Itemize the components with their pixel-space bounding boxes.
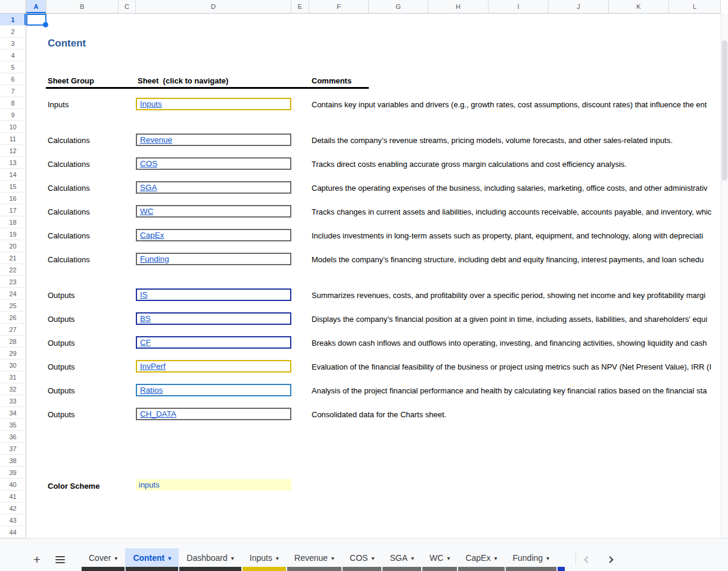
sheet-link-ratios[interactable]: Ratios [140,386,163,395]
row-header-2[interactable]: 2 [0,26,26,38]
row-header-42[interactable]: 42 [0,502,26,514]
row-header-30[interactable]: 30 [0,359,26,371]
add-sheet-button[interactable]: + [29,548,45,571]
tab-menu-arrow-icon[interactable]: ▾ [411,555,414,561]
row-header-25[interactable]: 25 [0,300,26,312]
sheet-link-cell-sga[interactable]: SGA [136,181,291,194]
row-header-12[interactable]: 12 [0,145,26,157]
tab-cover[interactable]: Cover▾ [81,548,125,571]
row-header-21[interactable]: 21 [0,252,26,264]
sheet-link-wc[interactable]: WC [140,207,154,216]
tab-cos[interactable]: COS▾ [342,548,382,571]
row-header-9[interactable]: 9 [0,109,26,121]
sheet-link-cf[interactable]: CF [140,338,151,347]
tab-partial-next[interactable] [557,548,565,571]
vertical-scrollbar[interactable] [721,14,728,538]
row-header-37[interactable]: 37 [0,443,26,455]
row-header-23[interactable]: 23 [0,276,26,288]
row-header-33[interactable]: 33 [0,395,26,407]
row-header-13[interactable]: 13 [0,157,26,169]
column-header-g[interactable]: G [369,0,428,13]
sheet-link-sga[interactable]: SGA [140,183,157,192]
tab-capex[interactable]: CapEx▾ [458,548,505,571]
horizontal-scrollbar-area[interactable] [0,538,728,548]
row-header-41[interactable]: 41 [0,491,26,502]
row-header-35[interactable]: 35 [0,419,26,431]
row-header-6[interactable]: 6 [0,73,26,85]
sheet-link-inputs[interactable]: Inputs [140,100,162,108]
tab-menu-arrow-icon[interactable]: ▾ [331,555,334,561]
column-header-d[interactable]: D [136,0,291,13]
row-header-34[interactable]: 34 [0,407,26,419]
row-header-27[interactable]: 27 [0,324,26,336]
fill-handle[interactable] [43,22,48,27]
row-header-28[interactable]: 28 [0,336,26,347]
row-header-17[interactable]: 17 [0,204,26,216]
tab-dashboard[interactable]: Dashboard▾ [179,548,242,571]
tab-menu-arrow-icon[interactable]: ▾ [276,555,279,561]
column-header-j[interactable]: J [549,0,609,13]
row-header-26[interactable]: 26 [0,312,26,324]
sheet-link-cell-cos[interactable]: COS [136,157,291,170]
row-header-39[interactable]: 39 [0,467,26,479]
row-header-15[interactable]: 15 [0,181,26,193]
vertical-scrollbar-thumb[interactable] [722,41,727,181]
tab-menu-arrow-icon[interactable]: ▾ [168,555,171,561]
column-header-f[interactable]: F [309,0,369,13]
row-header-18[interactable]: 18 [0,216,26,228]
row-header-24[interactable]: 24 [0,288,26,300]
sheet-link-cell-revenue[interactable]: Revenue [136,134,291,146]
sheet-link-cell-inputs[interactable]: Inputs [136,98,291,110]
tab-menu-arrow-icon[interactable]: ▾ [371,555,374,561]
column-header-h[interactable]: H [428,0,489,13]
column-header-l[interactable]: L [669,0,721,13]
sheet-link-is[interactable]: IS [140,290,148,299]
row-header-4[interactable]: 4 [0,49,26,61]
tab-menu-arrow-icon[interactable]: ▾ [546,555,549,561]
row-header-22[interactable]: 22 [0,264,26,276]
row-header-32[interactable]: 32 [0,383,26,395]
sheet-link-cell-ch_data[interactable]: CH_DATA [136,408,291,420]
tab-menu-arrow-icon[interactable]: ▾ [114,555,117,561]
scroll-tabs-right-button[interactable] [599,548,621,571]
tab-inputs[interactable]: Inputs▾ [242,548,287,571]
sheet-link-revenue[interactable]: Revenue [140,135,172,144]
row-header-14[interactable]: 14 [0,169,26,181]
column-header-i[interactable]: I [489,0,549,13]
sheet-link-cos[interactable]: COS [140,159,157,168]
row-header-10[interactable]: 10 [0,121,26,133]
all-sheets-menu-button[interactable] [52,548,68,571]
tab-menu-arrow-icon[interactable]: ▾ [231,555,234,561]
row-header-44[interactable]: 44 [0,526,26,538]
row-header-29[interactable]: 29 [0,347,26,359]
tab-sga[interactable]: SGA▾ [382,548,422,571]
column-header-e[interactable]: E [291,0,309,13]
column-header-c[interactable]: C [119,0,136,13]
column-header-b[interactable]: B [46,0,119,13]
sheet-grid[interactable]: Content Sheet Group Sheet (click to navi… [26,14,721,538]
row-header-40[interactable]: 40 [0,479,26,491]
row-header-20[interactable]: 20 [0,240,26,252]
tab-content[interactable]: Content▾ [125,548,179,571]
sheet-link-capex[interactable]: CapEx [140,231,164,240]
row-header-36[interactable]: 36 [0,431,26,443]
sheet-link-cell-bs[interactable]: BS [136,312,291,325]
row-header-1[interactable]: 1 [0,14,26,26]
row-header-3[interactable]: 3 [0,38,26,49]
column-header-a[interactable]: A [26,0,46,13]
tab-revenue[interactable]: Revenue▾ [287,548,342,571]
row-header-5[interactable]: 5 [0,61,26,73]
sheet-link-funding[interactable]: Funding [140,255,169,263]
sheet-link-cell-wc[interactable]: WC [136,205,291,218]
sheet-link-invperf[interactable]: InvPerf [140,362,166,371]
tab-menu-arrow-icon[interactable]: ▾ [447,555,450,561]
sheet-link-cell-invperf[interactable]: InvPerf [136,360,291,373]
column-header-k[interactable]: K [609,0,669,13]
tab-funding[interactable]: Funding▾ [505,548,558,571]
sheet-link-cell-cf[interactable]: CF [136,336,291,349]
tab-menu-arrow-icon[interactable]: ▾ [494,555,497,561]
row-header-38[interactable]: 38 [0,455,26,467]
sheet-link-ch_data[interactable]: CH_DATA [140,409,176,418]
row-header-7[interactable]: 7 [0,85,26,97]
select-all-corner[interactable] [0,0,26,13]
